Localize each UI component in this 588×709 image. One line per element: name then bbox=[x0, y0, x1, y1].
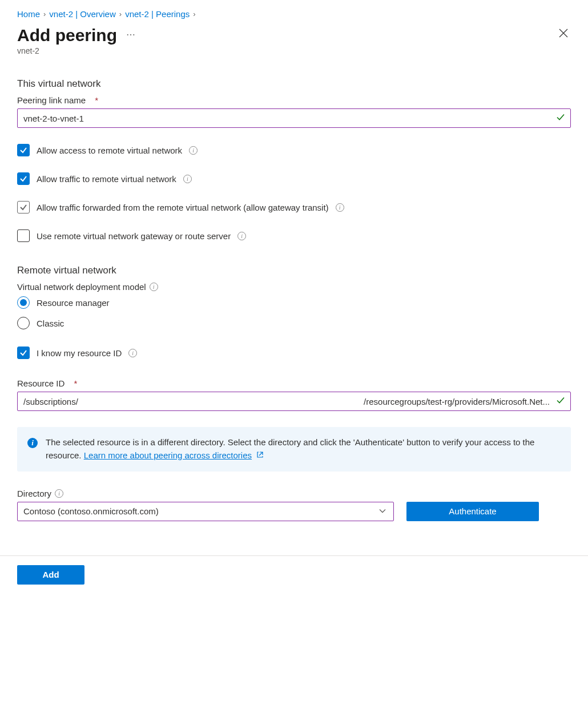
allow-forwarded-checkbox[interactable] bbox=[17, 201, 30, 213]
more-actions-icon[interactable]: ⋯ bbox=[126, 29, 136, 42]
info-icon[interactable]: i bbox=[237, 232, 246, 240]
info-icon: i bbox=[27, 438, 38, 448]
section-remote-vnet-heading: Remote virtual network bbox=[17, 265, 571, 276]
info-icon[interactable]: i bbox=[183, 175, 192, 183]
deployment-model-label: Virtual network deployment model i bbox=[17, 282, 571, 292]
chevron-right-icon: › bbox=[119, 10, 122, 18]
allow-traffic-label: Allow traffic to remote virtual network bbox=[37, 174, 176, 184]
chevron-right-icon: › bbox=[193, 10, 195, 18]
use-gateway-checkbox[interactable] bbox=[17, 229, 30, 242]
radio-resource-manager-label: Resource manager bbox=[37, 298, 110, 308]
allow-access-checkbox[interactable] bbox=[17, 144, 30, 156]
breadcrumb-peerings[interactable]: vnet-2 | Peerings bbox=[125, 9, 190, 19]
page-title: Add peering bbox=[17, 26, 117, 45]
resource-id-input[interactable]: /subscriptions/ /resourcegroups/test-rg/… bbox=[17, 392, 571, 411]
know-resource-id-label: I know my resource ID bbox=[37, 348, 122, 358]
breadcrumb-overview[interactable]: vnet-2 | Overview bbox=[49, 9, 115, 19]
close-button[interactable] bbox=[556, 26, 571, 42]
info-icon[interactable]: i bbox=[55, 489, 63, 498]
allow-access-label: Allow access to remote virtual network bbox=[37, 146, 182, 155]
page-subtitle: vnet-2 bbox=[17, 46, 136, 55]
use-gateway-label: Use remote virtual network gateway or ro… bbox=[37, 231, 231, 241]
info-banner: i The selected resource is in a differen… bbox=[17, 427, 571, 472]
know-resource-id-checkbox[interactable] bbox=[17, 347, 30, 359]
directory-value: Contoso (contoso.onmicrosoft.com) bbox=[23, 506, 159, 516]
directory-select[interactable]: Contoso (contoso.onmicrosoft.com) bbox=[17, 502, 394, 521]
peering-link-name-label: Peering link name * bbox=[17, 95, 571, 105]
check-icon bbox=[556, 396, 565, 407]
resource-id-label: Resource ID * bbox=[17, 378, 571, 388]
allow-forwarded-label: Allow traffic forwarded from the remote … bbox=[37, 203, 329, 212]
breadcrumb-home[interactable]: Home bbox=[17, 9, 40, 19]
breadcrumb: Home › vnet-2 | Overview › vnet-2 | Peer… bbox=[17, 9, 571, 19]
check-icon bbox=[556, 113, 565, 124]
info-icon[interactable]: i bbox=[150, 283, 158, 291]
allow-traffic-checkbox[interactable] bbox=[17, 172, 30, 185]
info-icon[interactable]: i bbox=[128, 349, 137, 357]
info-icon[interactable]: i bbox=[189, 146, 198, 155]
learn-more-link[interactable]: Learn more about peering across director… bbox=[84, 450, 252, 460]
authenticate-button[interactable]: Authenticate bbox=[406, 502, 539, 521]
chevron-down-icon bbox=[378, 506, 386, 516]
section-this-vnet-heading: This virtual network bbox=[17, 78, 571, 90]
external-link-icon bbox=[256, 449, 264, 462]
close-icon bbox=[558, 28, 569, 38]
add-button[interactable]: Add bbox=[17, 565, 84, 585]
directory-label: Directory i bbox=[17, 489, 571, 498]
radio-classic-label: Classic bbox=[37, 319, 64, 328]
peering-link-name-input[interactable] bbox=[17, 108, 571, 128]
info-icon[interactable]: i bbox=[336, 203, 344, 212]
radio-resource-manager[interactable] bbox=[17, 296, 30, 309]
radio-classic[interactable] bbox=[17, 317, 30, 329]
chevron-right-icon: › bbox=[43, 10, 46, 18]
